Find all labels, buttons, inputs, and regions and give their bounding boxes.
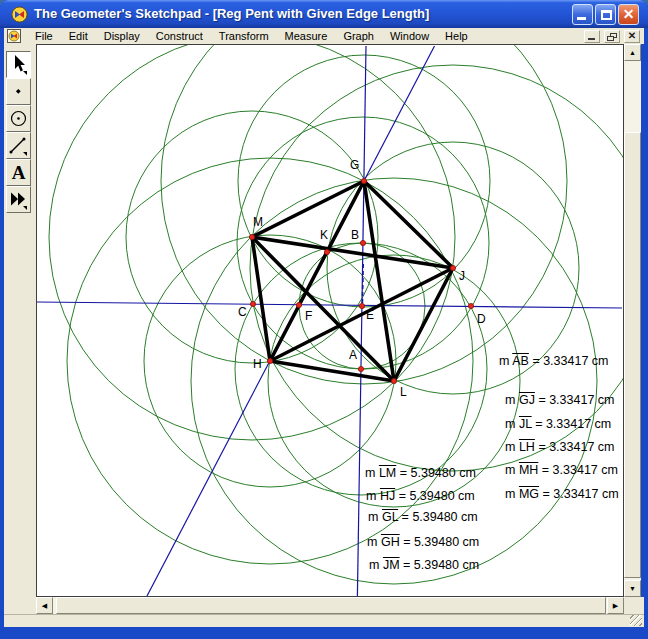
measurement-HJ[interactable]: m HJ = 5.39480 cm — [366, 489, 475, 503]
point-E[interactable] — [359, 303, 364, 308]
label-C[interactable]: C — [238, 305, 247, 319]
mdi-close-button[interactable]: ✕ — [624, 30, 640, 43]
window-title: The Geometer's Sketchpad - [Reg Pent wit… — [34, 0, 429, 28]
label-F[interactable]: F — [305, 309, 312, 323]
window-bottom-border — [0, 627, 648, 639]
label-J[interactable]: J — [459, 269, 465, 283]
point-K[interactable] — [324, 249, 329, 254]
menu-file[interactable]: File — [27, 28, 61, 44]
window-right-border — [644, 28, 648, 627]
horizontal-scroll-thumb[interactable] — [56, 597, 606, 614]
text-tool[interactable]: A — [6, 159, 31, 186]
arrow-cursor-icon — [7, 52, 30, 77]
point-J[interactable] — [450, 265, 455, 270]
point-C[interactable] — [250, 301, 255, 306]
menu-help[interactable]: Help — [437, 28, 476, 44]
construction-lines[interactable] — [37, 46, 622, 596]
vertical-line-AB[interactable] — [357, 46, 366, 596]
menu-construct[interactable]: Construct — [148, 28, 211, 44]
measurement-GH[interactable]: m GH = 5.39480 cm — [367, 535, 479, 549]
diagonal-GL[interactable] — [364, 181, 394, 381]
document-icon — [7, 29, 21, 43]
measurement-GL[interactable]: m GL = 5.39480 cm — [368, 510, 478, 524]
title-bar[interactable]: The Geometer's Sketchpad - [Reg Pent wit… — [0, 0, 648, 28]
double-arrow-icon — [7, 187, 30, 212]
status-bar — [4, 614, 644, 627]
close-button[interactable]: ✕ — [618, 4, 639, 25]
point-G[interactable] — [361, 178, 366, 183]
segment-icon — [7, 133, 30, 158]
segment-HM[interactable] — [252, 237, 270, 361]
menu-edit[interactable]: Edit — [61, 28, 96, 44]
label-L[interactable]: L — [400, 385, 407, 399]
tool-palette: A — [4, 44, 36, 614]
selection-arrow-tool[interactable] — [6, 51, 31, 78]
straightedge-tool[interactable] — [6, 132, 31, 159]
text-a-icon: A — [7, 160, 30, 185]
measurement-MG[interactable]: m MG = 3.33417 cm — [505, 487, 619, 501]
close-icon: ✕ — [619, 5, 638, 24]
menu-display[interactable]: Display — [96, 28, 148, 44]
menu-window[interactable]: Window — [382, 28, 437, 44]
scroll-right-icon: ▶ — [608, 598, 623, 613]
sketch-canvas[interactable]: G M K B J C F E D A H L m AB = 3.33417 c… — [36, 44, 624, 597]
vertical-scrollbar[interactable]: ▲ ▼ — [624, 44, 641, 597]
mdi-window-controls: ✕ — [584, 30, 644, 43]
label-K[interactable]: K — [320, 228, 328, 242]
measurement-LM[interactable]: m LM = 5.39480 cm — [365, 466, 476, 480]
menu-transform[interactable]: Transform — [211, 28, 277, 44]
horizontal-scrollbar[interactable]: ◀ ▶ — [36, 597, 624, 614]
label-D[interactable]: D — [477, 312, 486, 326]
point-tool[interactable] — [6, 78, 31, 105]
scroll-left-icon: ◀ — [37, 598, 52, 613]
measurement-GJ[interactable]: m GJ = 3.33417 cm — [505, 393, 614, 407]
menu-bar: File Edit Display Construct Transform Me… — [4, 28, 644, 44]
point-H[interactable] — [267, 358, 272, 363]
construction-drawing — [37, 45, 623, 596]
mdi-minimize-button[interactable] — [584, 30, 600, 43]
resize-grip-icon[interactable] — [630, 615, 642, 626]
scroll-down-button[interactable]: ▼ — [624, 580, 641, 597]
label-M[interactable]: M — [253, 215, 263, 229]
point-icon — [7, 79, 30, 104]
window-left-border — [0, 28, 4, 627]
point-D[interactable] — [468, 303, 473, 308]
compass-tool[interactable] — [6, 105, 31, 132]
label-A[interactable]: A — [349, 348, 357, 362]
label-H[interactable]: H — [253, 357, 262, 371]
maximize-icon — [601, 10, 612, 20]
label-E[interactable]: E — [366, 308, 374, 322]
point-A[interactable] — [358, 366, 363, 371]
point-L[interactable] — [391, 378, 396, 383]
circle-icon — [7, 106, 30, 131]
point-F[interactable] — [296, 302, 301, 307]
label-B[interactable]: B — [351, 228, 359, 242]
scroll-up-button[interactable]: ▲ — [624, 44, 641, 61]
scroll-up-icon: ▲ — [625, 45, 640, 60]
menu-measure[interactable]: Measure — [277, 28, 336, 44]
label-G[interactable]: G — [350, 158, 359, 172]
point-B[interactable] — [360, 240, 365, 245]
scroll-right-button[interactable]: ▶ — [607, 597, 624, 614]
point-M[interactable] — [249, 234, 254, 239]
menu-graph[interactable]: Graph — [335, 28, 382, 44]
vertical-scroll-thumb[interactable] — [624, 132, 641, 578]
minimize-icon — [577, 17, 586, 20]
maximize-button[interactable] — [595, 4, 616, 25]
measurement-LH[interactable]: m LH = 3.33417 cm — [505, 440, 614, 454]
svg-text:A: A — [12, 162, 26, 183]
measurement-JM[interactable]: m JM = 5.39480 cm — [369, 558, 479, 572]
circle-center-G-diag[interactable] — [161, 45, 567, 384]
segment-MG[interactable] — [252, 181, 364, 237]
measurement-MH[interactable]: m MH = 3.33417 cm — [505, 463, 618, 477]
measurement-JL[interactable]: m JL = 3.33417 cm — [505, 417, 611, 431]
mdi-restore-button[interactable] — [604, 30, 620, 43]
horizontal-line-CD[interactable] — [37, 302, 622, 308]
custom-tool[interactable] — [6, 186, 31, 213]
app-window: The Geometer's Sketchpad - [Reg Pent wit… — [0, 0, 648, 639]
measurement-AB[interactable]: m AB = 3.33417 cm — [499, 354, 608, 368]
minimize-button[interactable] — [572, 4, 593, 25]
scroll-left-button[interactable]: ◀ — [36, 597, 53, 614]
mdi-minimize-icon — [588, 38, 595, 40]
scrollbar-corner — [624, 597, 644, 614]
